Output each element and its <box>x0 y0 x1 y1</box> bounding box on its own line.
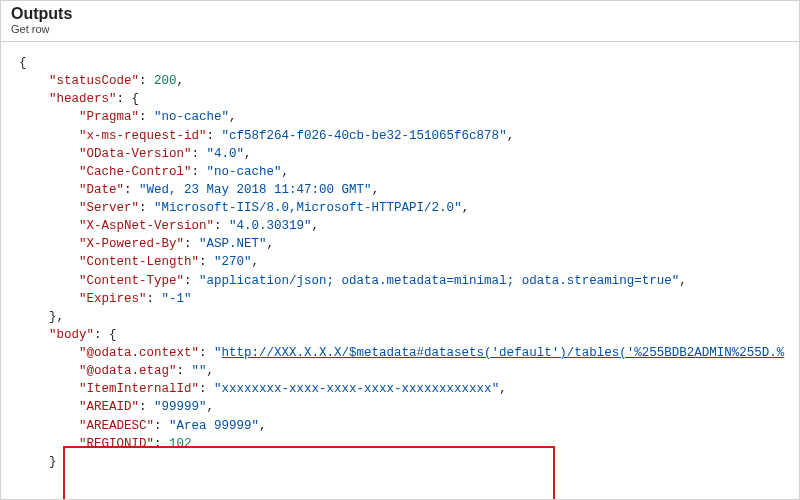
json-string: "99999" <box>154 400 207 414</box>
odata-context-link[interactable]: http://XXX.X.X.X/$metadata#datasets('def… <box>222 346 785 360</box>
json-key: "AREAID" <box>79 400 139 414</box>
json-key: "REGIONID" <box>79 437 154 451</box>
json-string: "http://XXX.X.X.X/$metadata#datasets('de… <box>214 346 784 360</box>
json-key: "@odata.etag" <box>79 364 177 378</box>
json-key: "ItemInternalId" <box>79 382 199 396</box>
json-number: 102 <box>169 437 192 451</box>
json-string: "no-cache" <box>207 165 282 179</box>
json-key: "X-AspNet-Version" <box>79 219 214 233</box>
json-string: "4.0" <box>207 147 245 161</box>
json-key: "@odata.context" <box>79 346 199 360</box>
json-key: "Cache-Control" <box>79 165 192 179</box>
json-key: "Content-Type" <box>79 274 184 288</box>
json-string: "Microsoft-IIS/8.0,Microsoft-HTTPAPI/2.0… <box>154 201 462 215</box>
json-string: "no-cache" <box>154 110 229 124</box>
json-key: "OData-Version" <box>79 147 192 161</box>
json-key: "statusCode" <box>49 74 139 88</box>
panel-subtitle: Get row <box>11 23 789 35</box>
json-string: "270" <box>214 255 252 269</box>
panel-title: Outputs <box>11 5 789 23</box>
json-string: "ASP.NET" <box>199 237 267 251</box>
json-string: "xxxxxxxx-xxxx-xxxx-xxxx-xxxxxxxxxxxx" <box>214 382 499 396</box>
json-string: "application/json; odata.metadata=minima… <box>199 274 679 288</box>
json-output: { "statusCode": 200, "headers": { "Pragm… <box>1 42 799 500</box>
json-key: "AREADESC" <box>79 419 154 433</box>
json-key: "body" <box>49 328 94 342</box>
json-string: "Area 99999" <box>169 419 259 433</box>
highlight-annotation <box>63 446 555 500</box>
json-key: "X-Powered-By" <box>79 237 184 251</box>
json-string: "-1" <box>162 292 192 306</box>
json-string: "4.0.30319" <box>229 219 312 233</box>
json-key: "Pragma" <box>79 110 139 124</box>
json-key: "Content-Length" <box>79 255 199 269</box>
json-string: "" <box>192 364 207 378</box>
json-key: "headers" <box>49 92 117 106</box>
outputs-header: Outputs Get row <box>1 1 799 42</box>
json-string: "cf58f264-f026-40cb-be32-151065f6c878" <box>222 129 507 143</box>
json-string: "Wed, 23 May 2018 11:47:00 GMT" <box>139 183 372 197</box>
json-key: "Date" <box>79 183 124 197</box>
json-number: 200 <box>154 74 177 88</box>
json-key: "Expires" <box>79 292 147 306</box>
json-key: "x-ms-request-id" <box>79 129 207 143</box>
json-key: "Server" <box>79 201 139 215</box>
